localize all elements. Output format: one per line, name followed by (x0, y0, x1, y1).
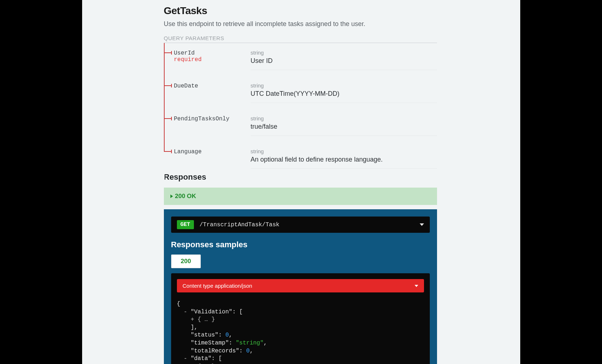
chevron-right-icon (170, 194, 173, 198)
content-type-select[interactable]: Content type application/json (177, 279, 424, 292)
endpoint-path: /TranscriptAndTask/Task (200, 222, 420, 228)
param-name-cell: UserId required (174, 50, 251, 63)
tree-tick (171, 51, 172, 55)
param-detail: string UTC DateTime(YYYY-MM-DD) (251, 82, 437, 103)
chevron-down-icon (415, 285, 418, 287)
response-status: 200 OK (175, 193, 196, 200)
param-row: PendingTasksOnly string true/false (164, 115, 437, 136)
page-title: GetTasks (164, 5, 437, 17)
tree-tick (171, 84, 172, 87)
param-type: string (251, 115, 437, 121)
param-type: string (251, 50, 437, 56)
query-params-heading: QUERY PARAMETERS (164, 35, 437, 43)
content-type-label: Content type application/json (183, 283, 253, 289)
required-label: required (174, 56, 251, 63)
param-description: true/false (251, 123, 437, 130)
param-detail: string User ID (251, 50, 437, 70)
samples-panel: GET /TranscriptAndTask/Task Responses sa… (164, 209, 437, 364)
collapse-toggle[interactable]: - (177, 355, 191, 362)
expand-toggle[interactable]: + (177, 316, 198, 323)
param-row: DueDate string UTC DateTime(YYYY-MM-DD) (164, 82, 437, 103)
tree-branch (164, 118, 172, 119)
param-name: PendingTasksOnly (174, 116, 230, 122)
content-column: GetTasks Use this endpoint to retrieve a… (164, 0, 437, 364)
param-detail: string true/false (251, 115, 437, 136)
param-name-cell: DueDate (174, 82, 251, 89)
code-sample-panel: Content type application/json { - "Valid… (171, 273, 430, 364)
param-name-cell: Language (174, 148, 251, 155)
param-description: UTC DateTime(YYYY-MM-DD) (251, 90, 437, 98)
page-container: GetTasks Use this endpoint to retrieve a… (82, 0, 520, 364)
responses-heading: Responses (164, 172, 437, 182)
tab-status-200[interactable]: 200 (171, 254, 201, 268)
chevron-down-icon (420, 223, 424, 226)
http-method-badge: GET (177, 220, 194, 229)
param-name: DueDate (174, 83, 198, 89)
page-description: Use this endpoint to retrieve all incomp… (164, 20, 437, 28)
response-200-row[interactable]: 200 OK (164, 188, 437, 205)
param-description: User ID (251, 57, 437, 65)
json-sample: { - "Validation": [ + { … } ], "status":… (177, 300, 424, 364)
param-description: An optional field to define response lan… (251, 156, 437, 163)
param-name: Language (174, 149, 202, 155)
param-type: string (251, 148, 437, 154)
param-name: UserId (174, 50, 195, 56)
tree-tick (171, 150, 172, 153)
param-row: UserId required string User ID (164, 50, 437, 70)
tree-branch (164, 85, 172, 86)
param-type: string (251, 82, 437, 89)
samples-heading: Responses samples (171, 240, 430, 249)
param-row: Language string An optional field to def… (164, 148, 437, 169)
tree-branch (164, 151, 172, 152)
collapse-toggle[interactable]: - (177, 309, 191, 315)
param-name-cell: PendingTasksOnly (174, 115, 251, 122)
param-detail: string An optional field to define respo… (251, 148, 437, 169)
endpoint-bar[interactable]: GET /TranscriptAndTask/Task (171, 217, 430, 233)
tree-end-mask (164, 152, 165, 183)
params-tree: UserId required string User ID DueDate s… (164, 43, 437, 169)
tree-tick (171, 117, 172, 120)
tree-branch (164, 52, 172, 53)
